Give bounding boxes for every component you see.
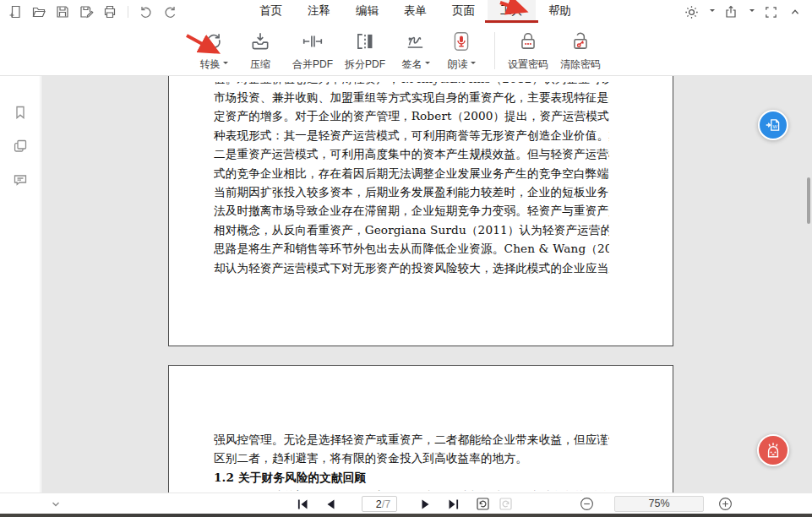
- text-line: 相对概念，从反向看重资产，Georgiana Surdu（2011）认为轻资产运…: [214, 220, 609, 239]
- status-bar: /7 75%: [0, 493, 812, 514]
- prev-page-button[interactable]: [323, 493, 338, 514]
- robot-icon: [763, 440, 783, 460]
- open-file-icon[interactable]: [30, 3, 47, 20]
- collapse-bar-icon[interactable]: [47, 493, 64, 514]
- compress-tray-icon: [237, 29, 284, 54]
- save-icon[interactable]: [54, 3, 71, 20]
- sign-caret-icon: [425, 62, 430, 67]
- theme-sun-icon[interactable]: [683, 3, 700, 20]
- assistant-robot-button[interactable]: [757, 434, 789, 466]
- compress-label: 压缩: [237, 57, 284, 72]
- pdf-page-2: 强风控管理。无论是选择轻资产或重资产，二者都能给企业带来收益，但应谨慎区别二者，…: [168, 365, 673, 493]
- text-line: 却认为轻资产运营模式下对无形资产的投资风险较大，选择此模式的企业应当加: [214, 258, 609, 277]
- pdf-page-1: 值。对企业价值创造为单薄性资产，T.Milly&L.Mills（2012）认为企…: [168, 76, 673, 346]
- text-line: 法及时撤离市场导致企业存在滞留期，企业短期竞争力变弱。轻资产与重资产是: [214, 201, 609, 220]
- sign-button[interactable]: 签名: [392, 29, 439, 72]
- convert-sync-icon: [190, 29, 237, 54]
- sign-label: 签名: [402, 58, 422, 70]
- next-page-button[interactable]: [418, 493, 433, 514]
- word-doc-icon: W: [764, 116, 782, 134]
- compress-button[interactable]: 压缩: [237, 29, 284, 72]
- quick-access-toolbar: [7, 0, 178, 24]
- redo-icon[interactable]: [161, 3, 178, 20]
- top-menu-bar: 首页 注释 编辑 表单 页面 工具 帮助: [0, 0, 812, 24]
- page-thumbnails-icon[interactable]: [12, 138, 29, 155]
- rotate-redo-page-icon[interactable]: [497, 493, 514, 514]
- bookmark-icon[interactable]: [12, 104, 29, 121]
- theme-caret-icon[interactable]: [710, 9, 715, 14]
- divider: [128, 6, 128, 18]
- comments-icon[interactable]: [12, 171, 29, 188]
- page-number-input[interactable]: /7: [362, 496, 397, 512]
- share-icon[interactable]: [722, 3, 739, 20]
- menu-tabs: 首页 注释 编辑 表单 页面 工具 帮助: [247, 0, 584, 24]
- tab-forms[interactable]: 表单: [391, 0, 439, 24]
- split-page-icon: [339, 29, 391, 54]
- document-canvas[interactable]: 值。对企业价值创造为单薄性资产，T.Milly&L.Mills（2012）认为企…: [41, 76, 812, 493]
- text-line: 强风控管理。无论是选择轻资产或重资产，二者都能给企业带来收益，但应谨慎: [214, 430, 609, 449]
- tab-pages[interactable]: 页面: [439, 0, 488, 24]
- split-pdf-button[interactable]: 拆分PDF: [339, 29, 391, 72]
- tab-tools[interactable]: 工具: [488, 0, 536, 24]
- save-as-icon[interactable]: [78, 3, 95, 20]
- left-panel-bar: [0, 76, 41, 493]
- text-line: 当前期因扩张投入较多资本，后期业务发展盈利能力较差时，企业的短板业务无: [214, 182, 609, 201]
- last-page-button[interactable]: [444, 493, 461, 514]
- read-aloud-button[interactable]: 朗读: [438, 29, 485, 72]
- convert-to-word-button[interactable]: W: [758, 110, 788, 140]
- print-icon[interactable]: [101, 3, 118, 20]
- zoom-in-button[interactable]: [717, 493, 733, 514]
- undo-icon[interactable]: [138, 3, 155, 20]
- rotate-undo-page-icon[interactable]: [474, 493, 491, 514]
- section-heading: 1.2 关于财务风险的文献回顾: [214, 468, 609, 487]
- page1-text: 值。对企业价值创造为单薄性资产，T.Milly&L.Mills（2012）认为企…: [214, 82, 609, 277]
- text-line: 定资产的增多。对于企业的资产管理，Robert（2000）提出，资产运营模式有两: [214, 106, 609, 125]
- set-password-label: 设置密码: [500, 57, 556, 72]
- merge-pdf-button[interactable]: 合并PDF: [286, 29, 339, 72]
- read-aloud-label: 朗读: [448, 58, 468, 70]
- fullscreen-icon[interactable]: [762, 3, 779, 20]
- page1-paragraph: 市场投资、兼并收购、加盟重组等方式实现自身的重资产化，主要表现特征是固定资产的增…: [214, 88, 609, 277]
- current-page-field[interactable]: [368, 498, 382, 510]
- screen-edge-strip: [0, 514, 812, 517]
- page-total-label: /7: [382, 498, 390, 510]
- clipped-line: 财务风险的概念最早由学者提出，技术性风险与制度性风险对企业的影响不同。: [214, 487, 609, 491]
- page2-paragraph: 强风控管理。无论是选择轻资产或重资产，二者都能给企业带来收益，但应谨慎区别二者，…: [214, 430, 609, 468]
- text-line: 区别二者，趋利避害，将有限的资金投入到高收益率的地方。: [214, 449, 609, 467]
- tools-ribbon: 转换 压缩 合并PDF 拆分PDF: [0, 24, 812, 76]
- vertical-scrollbar-thumb[interactable]: [807, 177, 810, 224]
- text-line: 式的竞争企业相比，存在着因后期无法调整企业发展业务产生的竞争空白弊端。: [214, 164, 609, 182]
- window-controls: [683, 0, 804, 24]
- clear-password-button[interactable]: 清除密码: [553, 29, 608, 72]
- text-line: 种表现形式：其一是轻资产运营模式，可利用商誉等无形资产创造企业价值。其: [214, 126, 609, 144]
- split-pdf-label: 拆分PDF: [339, 57, 391, 72]
- unlock-key-icon: [553, 29, 608, 54]
- text-line: 市场投资、兼并收购、加盟重组等方式实现自身的重资产化，主要表现特征是固: [214, 88, 609, 106]
- tab-edit[interactable]: 编辑: [343, 0, 391, 24]
- convert-label: 转换: [200, 58, 221, 70]
- tab-annotate[interactable]: 注释: [295, 0, 343, 24]
- new-file-icon[interactable]: [7, 3, 24, 20]
- text-line: 二是重资产运营模式，可利用高度集中的资本产生规模效益。但与轻资产运营模: [214, 144, 609, 163]
- clear-password-label: 清除密码: [553, 57, 608, 72]
- svg-text:W: W: [773, 124, 778, 129]
- zoom-out-button[interactable]: [578, 493, 595, 514]
- signature-icon: [392, 29, 439, 54]
- convert-button[interactable]: 转换: [190, 29, 237, 72]
- merge-pdf-label: 合并PDF: [286, 57, 339, 72]
- ribbon-divider: [494, 32, 495, 69]
- set-password-button[interactable]: 设置密码: [500, 29, 556, 72]
- clipped-line: 值。对企业价值创造为单薄性资产，T.Milly&L.Mills（2012）认为企…: [214, 82, 609, 88]
- page2-text: 强风控管理。无论是选择轻资产或重资产，二者都能给企业带来收益，但应谨慎区别二者，…: [214, 430, 609, 491]
- tab-help[interactable]: 帮助: [536, 0, 584, 24]
- microphone-icon: [438, 29, 485, 54]
- lock-dots-icon: [500, 29, 556, 54]
- collapse-ribbon-icon[interactable]: [787, 3, 804, 20]
- text-line: 思路是将生产和销售等环节外包出去从而降低企业资源。Chen & Wang（201…: [214, 239, 609, 258]
- share-caret-icon[interactable]: [749, 9, 755, 14]
- first-page-button[interactable]: [294, 493, 311, 514]
- read-aloud-caret-icon: [471, 62, 476, 67]
- zoom-level-display[interactable]: 75%: [614, 496, 704, 512]
- tab-home[interactable]: 首页: [247, 0, 295, 24]
- convert-caret-icon: [223, 62, 228, 67]
